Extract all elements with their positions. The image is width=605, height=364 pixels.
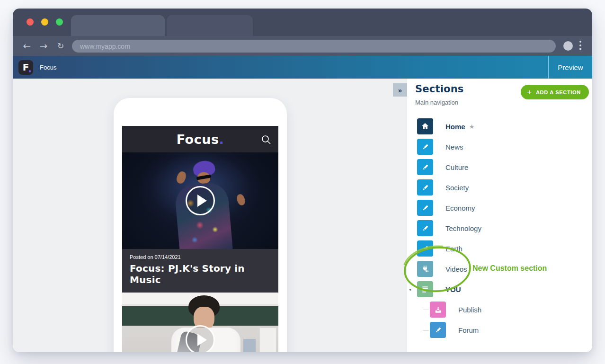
play-button-icon[interactable] xyxy=(186,325,215,352)
video-thumbnail-ironing xyxy=(122,293,278,352)
pencil-icon xyxy=(417,240,433,257)
section-row-economy[interactable]: Economy xyxy=(417,200,587,216)
traffic-lights xyxy=(27,18,63,26)
figure-hand xyxy=(236,193,247,206)
maximize-window-button[interactable] xyxy=(56,18,63,26)
close-window-button[interactable] xyxy=(27,18,34,26)
forward-icon[interactable]: → xyxy=(36,36,51,56)
app-logo: F xyxy=(18,60,33,75)
section-row-publish[interactable]: Publish xyxy=(430,302,587,318)
section-row-forum[interactable]: Forum xyxy=(430,322,587,338)
pencil-icon xyxy=(417,200,433,216)
section-row-technology[interactable]: Technology xyxy=(417,220,587,236)
pencil-icon xyxy=(417,220,433,236)
minimize-window-button[interactable] xyxy=(41,18,48,26)
panel-subtitle: Main navigation xyxy=(415,99,458,106)
section-list: Home ★ News Culture xyxy=(417,118,587,342)
list-icon xyxy=(417,281,433,297)
posted-date: Posted on 07/14/2021 xyxy=(130,254,271,260)
phone-logo-dot: . xyxy=(219,132,224,147)
section-row-society[interactable]: Society xyxy=(417,179,587,195)
app-logo-letter: F xyxy=(23,62,29,73)
figure-hand xyxy=(175,170,187,185)
video-thumbnail-music xyxy=(122,152,278,249)
plug-video-icon xyxy=(417,261,433,277)
search-icon[interactable] xyxy=(260,134,272,145)
browser-menu-icon[interactable] xyxy=(579,41,581,50)
annotation-text: New Custom section xyxy=(472,264,547,273)
back-icon[interactable]: ← xyxy=(20,36,34,56)
browser-toolbar: ← → ↻ www.myapp.com xyxy=(13,36,592,56)
star-icon: ★ xyxy=(469,123,475,130)
section-row-news[interactable]: News xyxy=(417,139,587,155)
home-icon xyxy=(417,118,433,134)
section-row-you[interactable]: ▾ YOU xyxy=(417,281,587,297)
sections-panel: » Sections Main navigation + ADD A SECTI… xyxy=(407,79,592,352)
tree-connector-publish xyxy=(423,310,429,310)
app-header: F Focus Preview xyxy=(13,56,592,79)
section-row-earth[interactable]: Earth xyxy=(417,240,587,257)
add-section-button[interactable]: + ADD A SECTION xyxy=(521,85,589,99)
url-bar[interactable]: www.myapp.com xyxy=(72,40,556,53)
phone-screen: Focus. xyxy=(122,126,278,352)
app-logo-dot xyxy=(29,70,31,72)
browser-tab-inactive[interactable] xyxy=(167,15,253,36)
url-text: www.myapp.com xyxy=(80,43,130,50)
panel-title: Sections xyxy=(415,83,464,95)
background-door xyxy=(259,328,276,352)
profile-avatar[interactable] xyxy=(563,41,573,51)
pencil-icon xyxy=(417,179,433,195)
background-window xyxy=(243,339,256,352)
section-row-culture[interactable]: Culture xyxy=(417,159,587,175)
app-name: Focus xyxy=(40,64,56,71)
play-button-icon[interactable] xyxy=(186,186,215,215)
browser-tab-active[interactable] xyxy=(71,15,165,36)
article-meta: Posted on 07/14/2021 Focus: PJ.K's Story… xyxy=(122,249,278,293)
main-content: Focus. xyxy=(13,79,592,352)
chevron-down-icon[interactable]: ▾ xyxy=(409,287,411,292)
preview-canvas: Focus. xyxy=(13,79,407,352)
plus-icon: + xyxy=(527,88,532,96)
phone-mockup: Focus. xyxy=(114,98,287,352)
pencil-icon xyxy=(430,322,446,338)
reload-icon[interactable]: ↻ xyxy=(53,36,68,56)
section-row-home[interactable]: Home ★ xyxy=(417,118,587,134)
preview-button[interactable]: Preview xyxy=(548,56,592,79)
browser-chrome-top xyxy=(13,9,592,36)
phone-app-header: Focus. xyxy=(122,126,278,152)
collapse-panel-button[interactable]: » xyxy=(393,83,407,97)
pencil-icon xyxy=(417,139,433,155)
pencil-icon xyxy=(417,159,433,175)
phone-app-logo: Focus. xyxy=(177,132,224,147)
tree-connector-forum xyxy=(423,330,429,331)
browser-window: ← → ↻ www.myapp.com F Focus Preview Focu… xyxy=(13,9,592,352)
article-title[interactable]: Focus: PJ.K's Story in Music xyxy=(130,263,271,285)
download-tray-icon xyxy=(430,302,446,318)
tree-connector-vertical xyxy=(423,297,423,330)
